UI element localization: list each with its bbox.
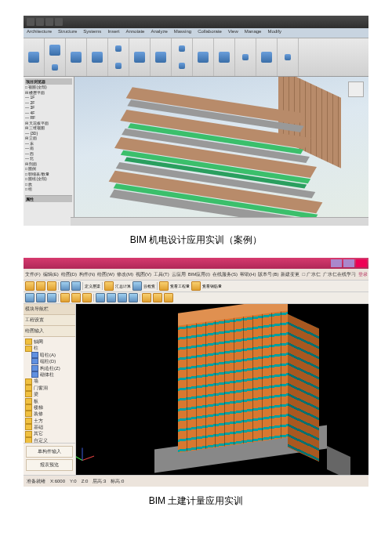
component-icon[interactable] [92, 52, 103, 63]
ribbon-tab[interactable]: Analyze [147, 28, 170, 38]
qat-undo-icon[interactable] [45, 18, 53, 26]
menu-item[interactable]: 绘图(D) [61, 271, 77, 278]
close-icon[interactable] [356, 259, 367, 267]
tree-item[interactable]: 自定义 [25, 437, 74, 443]
circle-icon[interactable] [71, 293, 81, 302]
menu-item[interactable]: 广水仁在线学习 [323, 271, 356, 278]
qat-redo-icon[interactable] [55, 18, 63, 26]
toolbar-label[interactable]: 查看钢筋量 [202, 284, 222, 288]
tree-item[interactable]: 梁 [25, 391, 74, 397]
component-tree[interactable]: 轴网 柱 暗柱(A) 端柱(D) 构造柱(Z) 砌体柱 墙 门窗洞 梁 板 楼梯… [24, 337, 75, 443]
qat-save-icon[interactable] [36, 18, 44, 26]
menu-item[interactable]: 帮助(H) [240, 271, 256, 278]
tree-item[interactable]: □ 组 [25, 186, 72, 192]
menu-item[interactable]: 版本号(B) [258, 271, 278, 278]
new-icon[interactable] [25, 281, 34, 291]
3d-viewport[interactable] [76, 304, 368, 475]
tree-item[interactable]: 墙 [25, 378, 74, 384]
axis-gizmo-icon[interactable] [82, 442, 101, 461]
rect-icon[interactable] [60, 293, 70, 302]
tree-item[interactable]: 装修 [25, 411, 74, 417]
line-icon[interactable] [47, 293, 56, 302]
room-icon[interactable] [198, 52, 209, 63]
toolbar-label[interactable]: 定义层梁 [85, 284, 100, 288]
delete-icon[interactable] [142, 293, 151, 302]
cloud-icon[interactable] [132, 281, 142, 291]
menu-item[interactable]: 修改(M) [117, 271, 133, 278]
ribbon-tab[interactable]: Insert [104, 28, 122, 38]
curtain-icon[interactable] [155, 52, 166, 63]
menu-item[interactable]: 文件(F) [25, 271, 41, 278]
minimize-icon[interactable] [331, 259, 342, 267]
menu-item[interactable]: 在线服务(S) [212, 271, 238, 278]
tree-item[interactable]: 土方 [25, 418, 74, 424]
select-icon[interactable] [25, 293, 34, 302]
tree-item[interactable]: 暗柱(A) [25, 352, 74, 358]
roof-icon[interactable] [115, 63, 122, 69]
toolbar-label[interactable]: 汇总计算 [115, 284, 131, 288]
rotate-icon[interactable] [129, 293, 138, 302]
app-menu-icon[interactable] [27, 18, 34, 26]
layer-icon[interactable] [164, 293, 173, 302]
offset-icon[interactable] [153, 293, 162, 302]
properties-panel[interactable]: 属性 [25, 195, 72, 202]
module-navigator[interactable]: 模块导航栏 工程设置 绘图输入 轴网 柱 暗柱(A) 端柱(D) 构造柱(Z) … [24, 304, 76, 475]
report-preview-button[interactable]: 报表预览 [26, 459, 73, 471]
set-icon[interactable] [285, 54, 291, 60]
ribbon-tab[interactable]: Annotate [122, 28, 147, 38]
single-input-button[interactable]: 单构件输入 [26, 446, 73, 458]
menu-item[interactable]: □ 广水仁 [302, 271, 320, 278]
window-icon[interactable] [71, 52, 82, 63]
copy-icon[interactable] [107, 293, 116, 302]
toolbar-label[interactable]: 查看工程量 [170, 284, 190, 288]
column-icon[interactable] [115, 45, 122, 52]
wall-icon[interactable] [49, 45, 60, 56]
tree-item[interactable]: 端柱(D) [25, 358, 74, 364]
tree-item[interactable]: 门窗洞 [25, 385, 74, 391]
ribbon-tab[interactable]: View [225, 28, 241, 38]
tree-item[interactable]: 构造柱(Z) [25, 365, 74, 371]
redo-icon[interactable] [71, 281, 81, 291]
3d-viewport[interactable] [74, 77, 368, 226]
project-tree[interactable]: □ 视图(全部) ⊟ 楼层平面 — 1F — 2F — 3F — 4F — RF… [25, 85, 72, 192]
open-icon[interactable] [36, 281, 45, 291]
project-browser[interactable]: 项目浏览器 □ 视图(全部) ⊟ 楼层平面 — 1F — 2F — 3F — 4… [24, 77, 74, 226]
ribbon-tab[interactable]: Systems [80, 28, 104, 38]
section-header[interactable]: 工程设置 [24, 315, 75, 326]
section-header[interactable]: 绘图输入 [24, 326, 75, 337]
undo-icon[interactable] [60, 281, 70, 291]
model-line-icon[interactable] [179, 63, 185, 69]
view-qty-icon[interactable] [159, 281, 169, 291]
point-icon[interactable] [36, 293, 45, 302]
move-icon[interactable] [96, 293, 105, 302]
tree-item[interactable]: 基础 [25, 424, 74, 430]
ribbon-tab[interactable]: Manage [241, 28, 265, 38]
model-text-icon[interactable] [179, 45, 185, 52]
maximize-icon[interactable] [343, 259, 354, 267]
tree-item[interactable]: 楼梯 [25, 404, 74, 411]
menu-item[interactable]: 工具(T) [154, 271, 169, 278]
arc-icon[interactable] [82, 293, 92, 302]
ribbon-tab[interactable]: Architecture [24, 28, 55, 38]
area-icon[interactable] [219, 52, 230, 63]
mirror-icon[interactable] [118, 293, 127, 302]
opening-icon[interactable] [242, 54, 249, 60]
ribbon-tab[interactable]: Massing [171, 28, 194, 38]
menu-item[interactable]: 视图(V) [136, 271, 151, 278]
menu-item[interactable]: BIM应用(I) [188, 271, 210, 278]
ribbon-tab[interactable]: Modify [264, 28, 285, 38]
tree-item[interactable]: 轴网 [25, 339, 74, 345]
tree-item[interactable]: 柱 [25, 345, 74, 351]
menu-item[interactable]: 绘图(W) [97, 271, 114, 278]
view-rebar-icon[interactable] [191, 281, 201, 291]
modify-icon[interactable] [28, 52, 39, 63]
menu-item[interactable]: 编辑(E) [43, 271, 59, 278]
tree-item[interactable]: 板 [25, 398, 74, 404]
ribbon-tab[interactable]: Collaborate [194, 28, 225, 38]
menu-item[interactable]: 云应用 [172, 271, 186, 278]
toolbar-label[interactable]: 云检查 [143, 284, 155, 288]
menu-item[interactable]: 新建变更 [281, 271, 299, 278]
datum-icon[interactable] [261, 52, 272, 63]
ribbon-tab[interactable]: Structure [55, 28, 80, 38]
save-icon[interactable] [47, 281, 56, 291]
